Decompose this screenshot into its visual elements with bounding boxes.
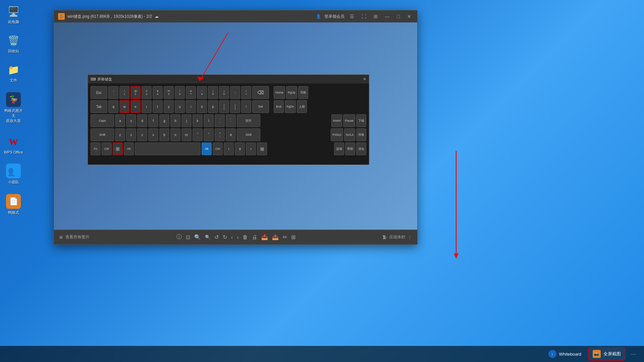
key-w[interactable]: w <box>119 100 129 113</box>
key-minus[interactable]: _- <box>230 86 240 99</box>
key-downarrow[interactable]: ∨ <box>235 142 245 155</box>
key-p[interactable]: p <box>208 100 218 113</box>
key-n[interactable]: n <box>170 128 180 141</box>
key-lt[interactable]: <, <box>193 128 203 141</box>
key-s[interactable]: s <box>126 114 136 127</box>
key-m[interactable]: m <box>181 128 192 141</box>
taskbar-more-btn[interactable]: ··· <box>628 349 639 359</box>
apps-icon[interactable]: ⊞ <box>291 234 296 240</box>
key-alt-left[interactable]: Alt <box>124 142 134 155</box>
download-icon[interactable]: 📥 <box>261 234 268 240</box>
fit-icon[interactable]: ⊡ <box>186 234 190 240</box>
key-backslash[interactable]: \ <box>241 100 251 113</box>
key-i[interactable]: i <box>186 100 196 113</box>
key-shift-left[interactable]: Shift <box>91 128 114 141</box>
key-insert[interactable]: Insert <box>331 114 342 127</box>
desktop-icon-format[interactable]: 📄 鸭格式 <box>5 193 22 217</box>
key-v[interactable]: v <box>148 128 158 141</box>
key-lbracket[interactable]: {[ <box>219 100 229 113</box>
desktop-icon-wps[interactable]: W WPS Office <box>3 134 24 156</box>
key-del[interactable]: Del <box>252 100 269 113</box>
key-0[interactable]: )0 <box>219 86 229 99</box>
key-esc[interactable]: Esc <box>91 86 107 99</box>
key-tab[interactable]: Tab <box>91 100 107 113</box>
key-help[interactable]: 帮助 <box>345 142 355 155</box>
key-end[interactable]: End <box>274 100 284 113</box>
key-k[interactable]: k <box>193 114 203 127</box>
delete-icon[interactable]: 🗑 <box>243 234 248 240</box>
key-nav[interactable]: 导航 <box>298 86 308 99</box>
key-context[interactable]: ▤ <box>257 142 267 155</box>
key-pause[interactable]: Pause <box>343 114 355 127</box>
key-y[interactable]: y <box>164 100 174 113</box>
rotate-left-icon[interactable]: ↺ <box>214 234 219 240</box>
key-7[interactable]: &7 <box>186 86 196 99</box>
key-upmove[interactable]: 上移 <box>297 100 307 113</box>
key-e[interactable]: e <box>130 100 141 113</box>
key-a[interactable]: a <box>115 114 125 127</box>
key-alt-right[interactable]: Alt <box>202 142 212 155</box>
key-semicolon[interactable]: :; <box>215 114 225 127</box>
key-d[interactable]: d <box>137 114 147 127</box>
key-pgup[interactable]: PgUp <box>286 86 297 99</box>
key-rbracket[interactable]: }] <box>230 100 240 113</box>
key-home[interactable]: Home <box>274 86 285 99</box>
key-gt[interactable]: >. <box>204 128 214 141</box>
close-btn[interactable]: ✕ <box>405 13 413 20</box>
key-f[interactable]: f <box>148 114 158 127</box>
key-shift-right[interactable]: Shift <box>237 128 260 141</box>
key-z[interactable]: z <box>115 128 125 141</box>
key-4[interactable]: $4 <box>153 86 163 99</box>
key-b[interactable]: b <box>159 128 169 141</box>
rotate-right-icon[interactable]: ↻ <box>223 234 227 240</box>
desktop-icon-magnifier[interactable]: 🦆 鸭格式图片无损放大器 <box>2 91 25 125</box>
key-1[interactable]: !1 <box>119 86 129 99</box>
key-fade[interactable]: 淡化 <box>356 142 366 155</box>
key-3[interactable]: #3 <box>142 86 152 99</box>
key-tilde[interactable]: ~` <box>108 86 118 99</box>
maximize-btn[interactable]: □ <box>395 13 402 20</box>
key-5[interactable]: %5 <box>164 86 174 99</box>
key-rightarrow[interactable]: › <box>246 142 256 155</box>
info-icon[interactable]: ⓘ <box>176 234 182 241</box>
key-win[interactable]: ⊞ <box>113 142 123 155</box>
zoom-out-icon[interactable]: 🔍 <box>205 235 210 240</box>
upload-icon[interactable]: 📤 <box>272 234 279 240</box>
desktop-icon-team[interactable]: 👥 小团队 <box>5 162 22 186</box>
key-9[interactable]: (9 <box>208 86 218 99</box>
key-h[interactable]: h <box>170 114 180 127</box>
key-question[interactable]: ?/ <box>215 128 225 141</box>
view-all-btn[interactable]: ⊞ 查看所有图片 <box>59 234 90 240</box>
key-prtscn[interactable]: PrtScn <box>331 128 343 141</box>
menu-btn[interactable]: ☰ <box>348 13 356 20</box>
osk-close-btn[interactable]: ✕ <box>363 77 366 81</box>
zoom-in-icon[interactable]: 🔍 <box>194 234 201 240</box>
key-pgdn[interactable]: PgDn <box>285 100 296 113</box>
key-t[interactable]: t <box>153 100 163 113</box>
key-c[interactable]: c <box>137 128 147 141</box>
key-quote[interactable]: "' <box>226 114 236 127</box>
key-j[interactable]: j <box>181 114 192 127</box>
key-8[interactable]: *8 <box>197 86 207 99</box>
edit-icon[interactable]: ✏ <box>283 234 287 240</box>
key-2[interactable]: @2 <box>130 86 141 99</box>
key-ctrl-right[interactable]: Ctrl <box>213 142 223 155</box>
key-x[interactable]: x <box>126 128 136 141</box>
fullscreen-btn[interactable]: ⛶ <box>360 13 368 20</box>
key-g[interactable]: g <box>159 114 169 127</box>
key-backspace[interactable]: ⌫ <box>252 86 269 99</box>
key-q[interactable]: q <box>108 100 118 113</box>
key-o[interactable]: o <box>197 100 207 113</box>
member-btn[interactable]: 登录领会员 <box>324 14 344 19</box>
minimize-btn[interactable]: — <box>383 13 392 20</box>
prev-icon[interactable]: ‹ <box>231 234 233 240</box>
key-scrlk[interactable]: ScrLk <box>344 128 355 141</box>
key-space[interactable] <box>135 142 201 155</box>
screenshot-task[interactable]: 📷 全屏截图 <box>588 347 626 361</box>
key-equal[interactable]: += <box>241 86 251 99</box>
key-leftarrow[interactable]: ‹ <box>224 142 234 155</box>
key-options[interactable]: 选项 <box>334 142 344 155</box>
key-r[interactable]: r <box>142 100 152 113</box>
key-l[interactable]: l <box>204 114 214 127</box>
desktop-icon-files[interactable]: 📁 文件 <box>5 62 21 84</box>
